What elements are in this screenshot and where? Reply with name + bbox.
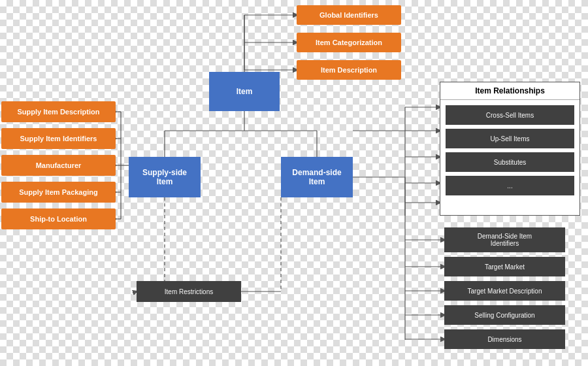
item-description-top-box: Item Description: [297, 60, 401, 80]
global-identifiers-box: Global Identifiers: [297, 5, 401, 25]
ship-to-location-box: Ship-to Location: [1, 208, 116, 229]
item-categorization-box: Item Categorization: [297, 33, 401, 52]
dimensions-box: Dimensions: [444, 329, 565, 349]
target-market-box: Target Market: [444, 257, 565, 276]
more-box: ...: [446, 176, 574, 195]
diagram: Item Supply-side Item Demand-side Item G…: [0, 0, 588, 366]
cross-sell-box: Cross-Sell Items: [446, 105, 574, 125]
substitutes-box: Substitutes: [446, 152, 574, 172]
target-market-desc-box: Target Market Description: [444, 281, 565, 301]
supply-item-description-box: Supply Item Description: [1, 101, 116, 122]
item-box: Item: [209, 72, 280, 111]
supply-item-identifiers-box: Supply Item Identifiers: [1, 128, 116, 149]
item-restrictions-box: Item Restrictions: [137, 281, 241, 302]
item-relationships-title: Item Relationships: [440, 82, 580, 100]
selling-configuration-box: Selling Configuration: [444, 305, 565, 325]
manufacturer-box: Manufacturer: [1, 155, 116, 176]
demand-side-box: Demand-side Item: [281, 157, 353, 197]
supply-item-packaging-box: Supply Item Packaging: [1, 182, 116, 203]
item-relationships-panel: Item Relationships Cross-Sell Items Up-S…: [440, 82, 580, 216]
up-sell-box: Up-Sell Items: [446, 129, 574, 148]
supply-side-box: Supply-side Item: [129, 157, 201, 197]
demand-identifiers-box: Demand-Side Item Identifiers: [444, 227, 565, 252]
